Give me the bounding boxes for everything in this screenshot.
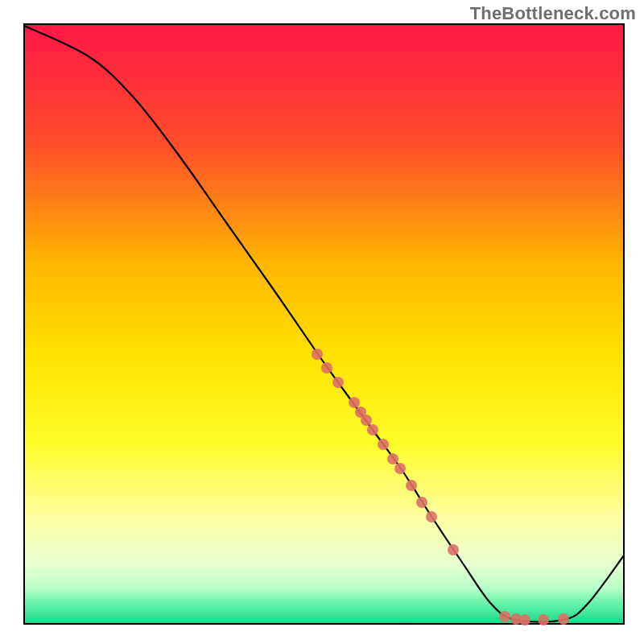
data-point-slope: [349, 397, 360, 408]
data-point-slope: [378, 439, 389, 450]
data-point-slope: [367, 424, 378, 436]
data-point-slope: [426, 511, 437, 522]
data-point-trough: [538, 614, 549, 625]
data-point-slope: [361, 415, 372, 426]
chart-background: [24, 24, 624, 624]
bottleneck-chart: [0, 0, 644, 644]
data-point-slope: [448, 544, 459, 555]
attribution-label: TheBottleneck.com: [470, 3, 636, 24]
data-point-slope: [394, 463, 406, 474]
data-point-slope: [321, 362, 332, 374]
data-point-trough: [558, 613, 569, 625]
data-point-slope: [387, 453, 398, 464]
data-point-slope: [416, 497, 427, 508]
data-point-slope: [312, 349, 323, 360]
data-point-trough: [499, 611, 510, 622]
data-point-trough: [519, 614, 530, 625]
data-point-slope: [332, 377, 344, 388]
chart-stage: TheBottleneck.com: [0, 0, 644, 644]
data-point-slope: [406, 480, 417, 491]
